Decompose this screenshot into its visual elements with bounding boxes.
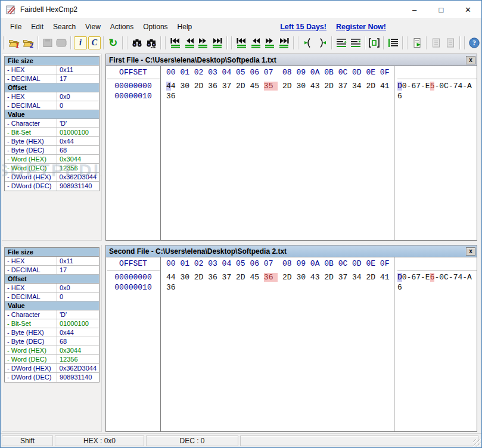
info-value: 0x3044 — [57, 346, 99, 354]
open-file-1-icon: 1 — [8, 37, 20, 49]
previous-equal-block-button[interactable] — [249, 36, 262, 51]
info-row: - DECIMAL17 — [5, 266, 99, 275]
select-block-button[interactable] — [368, 36, 381, 51]
sync-cursor-right-button[interactable] — [316, 36, 329, 51]
panel-title: First File - C:\Users\elena\Desktop\Soft… — [109, 56, 276, 64]
info-value: 0x0 — [57, 284, 99, 292]
toolbar-separator — [426, 36, 427, 49]
menu-file[interactable]: File — [5, 20, 26, 33]
toolbar-grip[interactable] — [3, 36, 5, 49]
menu-edit[interactable]: Edit — [26, 20, 48, 33]
svg-text:1: 1 — [15, 41, 19, 49]
info-toggle-icon: i — [79, 38, 82, 48]
menu-actions[interactable]: Actions — [105, 20, 138, 33]
hex-column[interactable]: 00 01 02 03 04 05 06 07 08 09 0A 0B 0C 0… — [161, 257, 394, 431]
open-first-file-button[interactable]: 1 — [8, 36, 21, 51]
hex-column[interactable]: 00 01 02 03 04 05 06 07 08 09 0A 0B 0C 0… — [161, 66, 394, 240]
info-value: 0x362D3044 — [57, 173, 99, 181]
hex-view[interactable]: OFFSET 0000000000000010 00 01 02 03 04 0… — [106, 66, 477, 240]
help-button[interactable]: ? — [468, 36, 481, 51]
previous-difference-button[interactable] — [183, 36, 196, 51]
report-action-1-button[interactable] — [430, 36, 443, 51]
info-label: - Byte (DEC) — [5, 337, 57, 346]
info-label: - Word (DEC) — [5, 355, 57, 363]
save-button[interactable] — [41, 36, 54, 51]
find-button[interactable] — [130, 36, 144, 51]
info-value: 0x11 — [57, 66, 99, 74]
resize-grip[interactable] — [473, 439, 481, 447]
second-file-panel: Second File - C:\Users\elena\Desktop\Sof… — [105, 245, 477, 432]
info-label: - Byte (HEX) — [5, 137, 57, 145]
maximize-button[interactable]: □ — [428, 1, 455, 18]
ascii-column[interactable]: D0-67-E5-0C-74-A6 — [394, 66, 477, 240]
first-file-panel: First File - C:\Users\elena\Desktop\Soft… — [105, 54, 477, 241]
info-row: - DWord (HEX)0x362D3044 — [5, 173, 99, 182]
horizontal-splitter[interactable] — [2, 241, 477, 245]
info-section-title: File size — [5, 248, 99, 257]
toggle-char-panel-button[interactable]: C — [88, 36, 101, 49]
toolbar-separator — [365, 36, 366, 49]
save-as-button[interactable] — [55, 36, 68, 51]
info-row: - HEX0x0 — [5, 284, 99, 293]
last-equal-block-button[interactable] — [278, 36, 291, 51]
bytes-per-line-button[interactable] — [387, 36, 400, 51]
find-next-icon — [145, 37, 157, 49]
register-now-link[interactable]: Register Now! — [336, 23, 386, 31]
info-row: - HEX0x0 — [5, 92, 99, 101]
menu-items: FileEditSearchViewActionsOptionsHelp — [5, 23, 197, 31]
ascii-column[interactable]: D0-67-E6-0C-74-A6 — [394, 257, 477, 431]
offset-column: OFFSET 0000000000000010 — [106, 66, 161, 240]
open-second-file-button[interactable]: 2 — [22, 36, 35, 51]
info-label: - HEX — [5, 92, 57, 101]
doc-icon — [430, 37, 442, 49]
trial-days-link[interactable]: Left 15 Days! — [280, 23, 326, 31]
prev-diff-icon — [250, 37, 262, 49]
ascii-lines[interactable]: D0-67-E6-0C-74-A6 — [397, 270, 477, 293]
first-difference-button[interactable] — [169, 36, 182, 51]
info-row: - DWord (DEC)908931140 — [5, 182, 99, 191]
toggle-info-panel-button[interactable]: i — [74, 36, 86, 49]
toolbar-separator — [383, 36, 384, 49]
next-diff-icon — [264, 37, 276, 49]
toolbar-separator — [402, 36, 403, 49]
last-difference-button[interactable] — [211, 36, 224, 51]
close-button[interactable]: ✕ — [455, 1, 481, 18]
second-file-header[interactable]: Second File - C:\Users\elena\Desktop\Sof… — [106, 245, 477, 257]
report-action-2-button[interactable] — [444, 36, 457, 51]
close-panel-icon[interactable]: x — [466, 247, 475, 256]
align-bottom-icon — [350, 37, 362, 49]
first-file-header[interactable]: First File - C:\Users\elena\Desktop\Soft… — [106, 54, 477, 66]
offset-lines: 0000000000000010 — [106, 79, 160, 101]
recompare-button[interactable]: ↻ — [107, 36, 120, 51]
hex-lines[interactable]: 44 30 2D 36 37 2D 45 36 2D 30 43 2D 37 3… — [166, 270, 394, 293]
minimize-button[interactable]: – — [401, 1, 428, 18]
scroll-sync-bottom-button[interactable] — [349, 36, 362, 51]
scroll-sync-top-button[interactable] — [335, 36, 348, 51]
char-toggle-icon: C — [92, 38, 97, 48]
info-value: 12356 — [57, 355, 99, 363]
info-label: - HEX — [5, 66, 57, 74]
first-equal-block-button[interactable] — [235, 36, 248, 51]
menu-help[interactable]: Help — [173, 20, 197, 33]
info-value: 17 — [57, 266, 99, 274]
last-diff-icon — [212, 37, 223, 49]
info-value: 68 — [57, 146, 99, 154]
sync-cursor-left-button[interactable] — [301, 36, 315, 51]
create-report-button[interactable] — [411, 36, 424, 51]
close-panel-icon[interactable]: x — [466, 56, 475, 64]
trial-links: Left 15 Days! Register Now! — [280, 23, 386, 31]
info-value: 68 — [57, 337, 99, 346]
hex-view[interactable]: OFFSET 0000000000000010 00 01 02 03 04 0… — [106, 257, 477, 431]
menu-view[interactable]: View — [80, 20, 105, 33]
hex-lines[interactable]: 44 30 2D 36 37 2D 45 35 2D 30 43 2D 37 3… — [166, 79, 394, 101]
find-next-button[interactable] — [145, 36, 158, 51]
info-table-first: File size- HEX0x11- DECIMAL17Offset- HEX… — [4, 56, 99, 191]
ascii-lines[interactable]: D0-67-E5-0C-74-A6 — [397, 79, 477, 101]
menu-search[interactable]: Search — [48, 20, 80, 33]
info-section-title: Value — [5, 301, 99, 310]
offset-header: OFFSET — [107, 66, 160, 79]
status-dec-offset: DEC : 0 — [146, 435, 238, 446]
next-difference-button[interactable] — [197, 36, 210, 51]
menu-options[interactable]: Options — [138, 20, 172, 33]
next-equal-block-button[interactable] — [263, 36, 276, 51]
